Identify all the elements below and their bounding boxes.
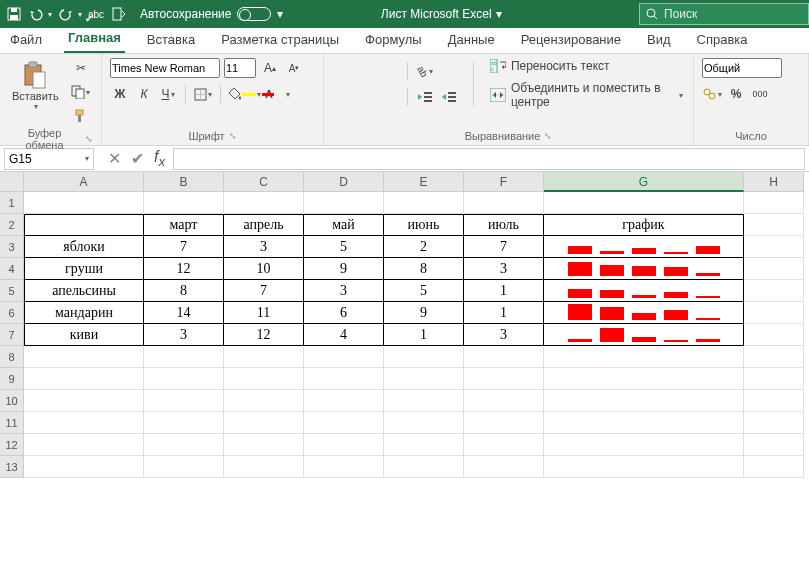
fill-color-button[interactable]: ▾ <box>228 84 261 104</box>
row-header[interactable]: 5 <box>0 280 24 302</box>
cell[interactable] <box>544 390 744 412</box>
search-box[interactable]: Поиск <box>639 3 809 25</box>
column-header[interactable]: H <box>744 172 804 192</box>
cell[interactable]: апрель <box>224 214 304 236</box>
cell[interactable]: 2 <box>384 236 464 258</box>
cell[interactable] <box>744 456 804 478</box>
cell[interactable] <box>304 346 384 368</box>
row-header[interactable]: 13 <box>0 456 24 478</box>
cell[interactable]: яблоки <box>24 236 144 258</box>
row-header[interactable]: 8 <box>0 346 24 368</box>
namebox-dropdown-icon[interactable]: ▾ <box>85 154 89 163</box>
autosave-switch-icon[interactable] <box>237 7 271 21</box>
cell[interactable] <box>24 390 144 412</box>
increase-indent-button[interactable] <box>439 87 459 107</box>
cell[interactable] <box>544 280 744 302</box>
cell[interactable] <box>384 368 464 390</box>
cell[interactable]: 3 <box>304 280 384 302</box>
undo-dropdown-icon[interactable]: ▾ <box>48 10 52 19</box>
cell[interactable] <box>24 434 144 456</box>
cell[interactable] <box>224 412 304 434</box>
redo-icon[interactable] <box>58 6 74 22</box>
row-header[interactable]: 7 <box>0 324 24 346</box>
cell[interactable] <box>744 258 804 280</box>
orientation-button[interactable]: ab▾ <box>415 61 435 81</box>
cell[interactable] <box>544 434 744 456</box>
tab-6[interactable]: Рецензирование <box>517 28 625 53</box>
cell[interactable] <box>744 280 804 302</box>
cell[interactable]: 6 <box>304 302 384 324</box>
cell[interactable] <box>304 412 384 434</box>
cancel-formula-icon[interactable]: ✕ <box>108 149 121 168</box>
cell[interactable] <box>144 192 224 214</box>
formula-bar[interactable] <box>173 148 805 170</box>
cell[interactable]: 3 <box>224 236 304 258</box>
cell[interactable] <box>384 412 464 434</box>
cell[interactable] <box>304 192 384 214</box>
cell[interactable] <box>464 192 544 214</box>
cell[interactable] <box>304 434 384 456</box>
cell[interactable] <box>144 368 224 390</box>
row-header[interactable]: 9 <box>0 368 24 390</box>
cell[interactable]: 12 <box>224 324 304 346</box>
cell[interactable] <box>744 390 804 412</box>
cell[interactable] <box>384 346 464 368</box>
cell[interactable] <box>144 456 224 478</box>
cell[interactable] <box>544 258 744 280</box>
align-top-button[interactable] <box>332 61 352 81</box>
undo-icon[interactable] <box>28 6 44 22</box>
font-size-input[interactable] <box>224 58 256 78</box>
tab-0[interactable]: Файл <box>6 28 46 53</box>
cell[interactable] <box>464 346 544 368</box>
cell[interactable]: апельсины <box>24 280 144 302</box>
number-format-select[interactable] <box>702 58 782 78</box>
bold-button[interactable]: Ж <box>110 84 130 104</box>
column-header[interactable]: G <box>544 172 744 192</box>
cell[interactable] <box>744 192 804 214</box>
cell[interactable] <box>544 346 744 368</box>
touch-mode-icon[interactable] <box>110 6 126 22</box>
cell[interactable] <box>384 390 464 412</box>
align-right-button[interactable] <box>380 87 400 107</box>
cell[interactable]: 7 <box>224 280 304 302</box>
copy-button[interactable]: ▾ <box>71 82 91 102</box>
borders-button[interactable]: ▾ <box>193 84 213 104</box>
cell[interactable]: 10 <box>224 258 304 280</box>
cell[interactable] <box>24 368 144 390</box>
cell[interactable]: 9 <box>384 302 464 324</box>
cut-button[interactable]: ✂ <box>71 58 91 78</box>
cell[interactable]: июнь <box>384 214 464 236</box>
row-header[interactable]: 3 <box>0 236 24 258</box>
tab-8[interactable]: Справка <box>693 28 752 53</box>
autosave-toggle[interactable]: Автосохранение ▾ <box>140 7 283 21</box>
cell[interactable] <box>744 368 804 390</box>
shrink-font-button[interactable]: A▾ <box>284 58 304 78</box>
qat-customize-icon[interactable]: ▾ <box>277 7 283 21</box>
row-header[interactable]: 6 <box>0 302 24 324</box>
paste-dropdown-icon[interactable]: ▾ <box>34 102 38 111</box>
redo-dropdown-icon[interactable]: ▾ <box>78 10 82 19</box>
cell[interactable]: 9 <box>304 258 384 280</box>
row-header[interactable]: 11 <box>0 412 24 434</box>
cell[interactable] <box>744 346 804 368</box>
cell[interactable] <box>144 390 224 412</box>
currency-button[interactable]: ▾ <box>702 84 722 104</box>
cell[interactable] <box>544 412 744 434</box>
cell[interactable]: 1 <box>464 302 544 324</box>
save-icon[interactable] <box>6 6 22 22</box>
worksheet[interactable]: ABCDEFGH 12мартапрельмайиюньиюльграфик3я… <box>0 172 809 478</box>
cell[interactable] <box>544 324 744 346</box>
cell[interactable]: мандарин <box>24 302 144 324</box>
cell[interactable]: 8 <box>144 280 224 302</box>
cell[interactable]: 7 <box>144 236 224 258</box>
cell[interactable] <box>224 346 304 368</box>
font-launcher-icon[interactable]: ⤡ <box>229 131 237 141</box>
accept-formula-icon[interactable]: ✔ <box>131 149 144 168</box>
cell[interactable]: 1 <box>384 324 464 346</box>
alignment-launcher-icon[interactable]: ⤡ <box>544 131 552 141</box>
row-header[interactable]: 2 <box>0 214 24 236</box>
row-header[interactable]: 4 <box>0 258 24 280</box>
cell[interactable]: график <box>544 214 744 236</box>
fx-icon[interactable]: fx <box>154 148 165 169</box>
cell[interactable] <box>304 456 384 478</box>
